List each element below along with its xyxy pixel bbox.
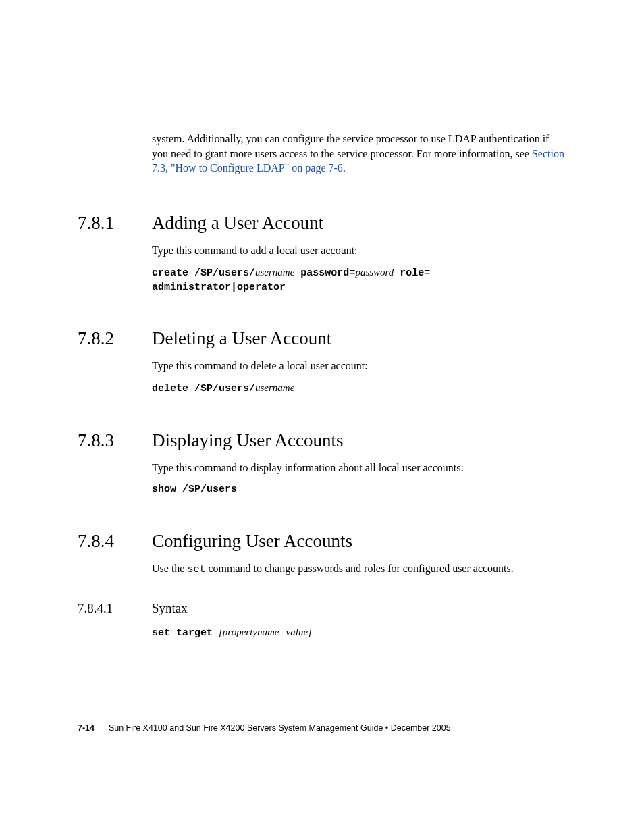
intro-paragraph: system. Additionally, you can configure … bbox=[152, 132, 566, 176]
subsection-heading-row: 7.8.4.1 Syntax bbox=[78, 601, 566, 616]
code-snippet: create /SP/users/username password=passw… bbox=[152, 265, 566, 280]
code-bold: create /SP/users/ bbox=[152, 267, 255, 279]
code-snippet: show /SP/users bbox=[152, 483, 566, 496]
code-italic: password bbox=[355, 267, 394, 278]
page-content: system. Additionally, you can configure … bbox=[0, 0, 644, 640]
section-number: 7.8.3 bbox=[78, 430, 152, 451]
subsection-number: 7.8.4.1 bbox=[78, 601, 152, 616]
code-bold: password= bbox=[294, 267, 355, 279]
section-title: Adding a User Account bbox=[152, 213, 323, 234]
section-title: Deleting a User Account bbox=[152, 328, 331, 349]
intro-text-after: . bbox=[343, 162, 346, 174]
section-body: Type this command to display information… bbox=[152, 461, 566, 475]
code-italic: username bbox=[255, 382, 294, 393]
section-number: 7.8.2 bbox=[78, 328, 152, 349]
footer-spacer bbox=[97, 723, 107, 733]
section-heading-row: 7.8.3 Displaying User Accounts bbox=[78, 430, 566, 451]
section-adding-user-account: 7.8.1 Adding a User Account Type this co… bbox=[78, 213, 566, 294]
code-bold: delete /SP/users/ bbox=[152, 383, 255, 394]
code-snippet: administrator|operator bbox=[152, 281, 566, 294]
page-footer: 7-14 Sun Fire X4100 and Sun Fire X4200 S… bbox=[78, 723, 451, 733]
section-heading-row: 7.8.4 Configuring User Accounts bbox=[78, 531, 566, 552]
section-title: Displaying User Accounts bbox=[152, 430, 343, 451]
subsection-title: Syntax bbox=[152, 601, 188, 616]
section-body: Use the set command to change passwords … bbox=[152, 561, 566, 577]
section-deleting-user-account: 7.8.2 Deleting a User Account Type this … bbox=[78, 328, 566, 396]
code-snippet: set target [propertyname=value] bbox=[152, 625, 566, 640]
footer-text: Sun Fire X4100 and Sun Fire X4200 Server… bbox=[109, 723, 451, 733]
code-bold: role= bbox=[394, 267, 430, 279]
section-number: 7.8.1 bbox=[78, 213, 152, 234]
section-configuring-user-accounts: 7.8.4 Configuring User Accounts Use the … bbox=[78, 531, 566, 641]
intro-text-before: system. Additionally, you can configure … bbox=[152, 133, 549, 159]
section-title: Configuring User Accounts bbox=[152, 531, 352, 552]
footer-page-number: 7-14 bbox=[78, 723, 95, 733]
code-italic: username bbox=[255, 267, 294, 278]
body-after: command to change passwords and roles fo… bbox=[205, 563, 513, 574]
code-bold: administrator|operator bbox=[152, 282, 286, 293]
section-heading-row: 7.8.2 Deleting a User Account bbox=[78, 328, 566, 349]
code-snippet: delete /SP/users/username bbox=[152, 381, 566, 396]
section-number: 7.8.4 bbox=[78, 531, 152, 552]
section-body: Type this command to delete a local user… bbox=[152, 359, 566, 373]
section-body: Type this command to add a local user ac… bbox=[152, 243, 566, 258]
inline-code: set bbox=[187, 564, 205, 575]
body-before: Use the bbox=[152, 563, 187, 574]
code-italic: [propertyname=value] bbox=[219, 627, 312, 637]
section-displaying-user-accounts: 7.8.3 Displaying User Accounts Type this… bbox=[78, 430, 566, 497]
code-bold: set target bbox=[152, 627, 219, 639]
section-heading-row: 7.8.1 Adding a User Account bbox=[78, 213, 566, 234]
